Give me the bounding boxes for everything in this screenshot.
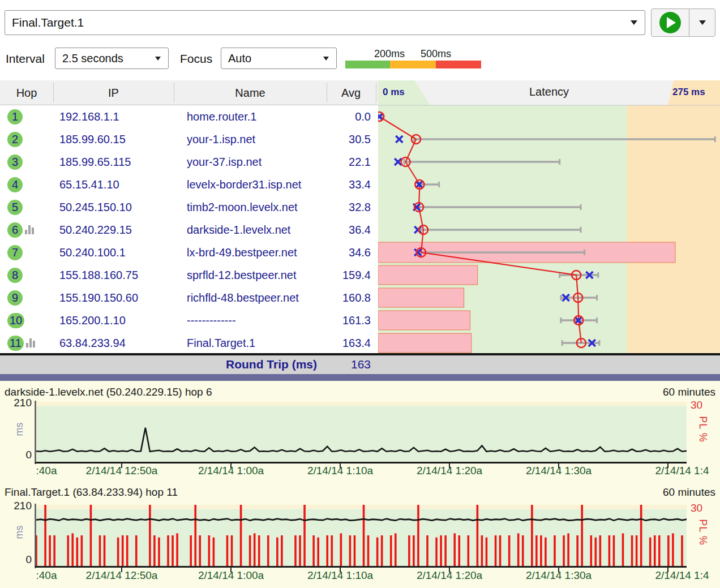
column-header-ip[interactable]: IP [53, 80, 174, 105]
hop-number-cell: 5 [0, 196, 53, 218]
hop-number-badge: 10 [7, 313, 24, 328]
hop-number-badge: 2 [7, 132, 23, 147]
timeline-panel-hop11[interactable]: Final.Target.1 (63.84.233.94) hop 11 60 … [0, 481, 720, 588]
x-axis-tick-label: 2/14/14 1:10a [307, 569, 373, 582]
hop-number-badge: 3 [7, 154, 23, 170]
chevron-down-icon [699, 20, 706, 25]
column-header-name[interactable]: Name [174, 80, 327, 105]
hop-number-cell: 10 [0, 309, 53, 332]
start-trace-button[interactable] [651, 8, 689, 37]
table-row[interactable]: 465.15.41.10levelx-border31.isp.net33.4 [0, 173, 378, 196]
x-axis-tick-label: 2/14/14 1:4 [655, 465, 709, 477]
y-axis-max-label: 210 [6, 397, 32, 409]
timeline-panel-hop6[interactable]: darkside-1.levelx.net (50.240.229.15) ho… [0, 381, 720, 481]
hop-number-badge: 8 [7, 268, 23, 283]
table-row[interactable]: 550.245.150.10timb2-moon.levelx.net32.8 [0, 196, 378, 218]
hop-name: your-37.isp.net [187, 151, 323, 173]
table-row[interactable]: 9155.190.150.60richfld-48.bestpeer.net16… [0, 286, 378, 309]
legend-green-segment [345, 61, 390, 68]
hop-avg: 36.4 [322, 218, 371, 241]
hop-ip: 185.99.65.115 [59, 151, 170, 173]
hop-number-badge: 9 [7, 290, 23, 306]
hop-rows: 1192.168.1.1home.router.10.02185.99.60.1… [0, 105, 378, 354]
chevron-down-icon[interactable] [631, 20, 637, 25]
table-row[interactable]: 8155.188.160.75sprfld-12.bestpeer.net159… [0, 264, 378, 286]
target-combobox[interactable]: Final.Target.1 [5, 10, 645, 35]
latency-color-legend: 200ms 500ms [345, 61, 481, 68]
x-axis-tick-label: 2/14/14 1:00a [198, 465, 264, 477]
hop-number-cell: 2 [0, 128, 53, 151]
hop-name: ------------- [187, 309, 323, 332]
column-header-hop[interactable]: Hop [0, 80, 53, 105]
hop-name: levelx-border31.isp.net [187, 173, 323, 196]
x-axis-tick-label: 2/14/14 1:30a [526, 465, 592, 477]
hop-ip: 63.84.233.94 [59, 332, 170, 354]
hop-number-cell: 4 [0, 173, 53, 196]
hop-number-badge: 7 [7, 245, 23, 260]
legend-200ms-label: 200ms [374, 48, 405, 60]
legend-500ms-label: 500ms [421, 48, 451, 60]
chevron-down-icon [155, 57, 161, 61]
start-options-dropdown-button[interactable] [689, 8, 715, 37]
panel-splitter[interactable] [0, 374, 720, 381]
table-row[interactable]: 1163.84.233.94Final.Target.1163.4 [0, 332, 378, 354]
hop-ip: 65.15.41.10 [59, 173, 170, 196]
mini-timeline-chart-icon [26, 338, 36, 347]
table-row[interactable]: 3185.99.65.115your-37.isp.net22.1 [0, 151, 378, 173]
hop-avg: 22.1 [322, 151, 371, 173]
hop-number-cell: 1 [0, 105, 53, 128]
x-axis-tick-label: :40a [36, 465, 57, 477]
focus-select[interactable]: Auto [221, 48, 337, 69]
legend-amber-segment [390, 61, 436, 68]
hop-ip: 165.200.1.10 [59, 309, 170, 332]
x-axis-tick-label: :40a [36, 569, 57, 582]
x-axis-tick-label: 2/14/14 1:20a [417, 465, 482, 477]
x-axis-tick-label: 2/14/14 12:50a [86, 569, 158, 582]
x-axis-tick-label: 2/14/14 1:4 [655, 569, 709, 582]
hop-avg: 159.4 [322, 264, 371, 286]
interval-select[interactable]: 2.5 seconds [55, 48, 169, 69]
column-header-latency[interactable]: Latency [378, 85, 720, 98]
latency-graph-column[interactable]: 0 ms Latency 275 ms [378, 80, 720, 353]
hop-name: richfld-48.bestpeer.net [187, 286, 323, 309]
table-row[interactable]: 750.240.100.1lx-brd-49.bestpeer.net34.6 [0, 241, 378, 264]
pl-axis-label: PL % [697, 519, 709, 545]
target-combobox-value: Final.Target.1 [5, 16, 631, 29]
hop-number-cell: 9 [0, 286, 53, 309]
hop-number-cell: 3 [0, 151, 53, 173]
hop-ip: 185.99.60.15 [59, 128, 170, 151]
hop-number-cell: 7 [0, 241, 53, 264]
mini-timeline-chart-icon [25, 225, 35, 234]
x-axis-labels: :40a2/14/14 12:50a2/14/14 1:00a2/14/14 1… [0, 465, 720, 479]
hop-avg: 32.8 [322, 196, 371, 218]
hop-ip: 50.240.100.1 [59, 241, 170, 264]
table-row[interactable]: 650.240.229.15darkside-1.levelx.net36.4 [0, 218, 378, 241]
hop-name: darkside-1.levelx.net [187, 218, 323, 241]
column-header-avg[interactable]: Avg [327, 80, 375, 105]
play-icon [659, 12, 681, 33]
hop-number-cell: 6 [0, 218, 53, 241]
pl-axis-max-label: 30 [691, 502, 702, 514]
x-axis-tick-label: 2/14/14 1:20a [417, 569, 482, 582]
hop-ip: 192.168.1.1 [59, 105, 170, 128]
hop-name: home.router.1 [187, 105, 323, 128]
pl-axis-max-label: 30 [691, 399, 702, 411]
chevron-down-icon [323, 57, 329, 61]
hop-ip: 155.190.150.60 [59, 286, 170, 309]
latency-scale-max-label: 275 ms [672, 87, 705, 98]
hop-number-badge: 4 [7, 177, 23, 192]
table-row[interactable]: 10165.200.1.10-------------161.3 [0, 309, 378, 332]
hop-number-cell: 11 [0, 332, 53, 354]
hop-avg: 0.0 [322, 105, 371, 128]
hop-name: timb2-moon.levelx.net [187, 196, 323, 218]
x-axis-tick-label: 2/14/14 1:00a [198, 569, 264, 582]
hop-name: Final.Target.1 [187, 332, 323, 354]
y-axis-min-label: 0 [6, 449, 32, 461]
y-axis-ms-label: ms [14, 423, 25, 436]
table-row[interactable]: 1192.168.1.1home.router.10.0 [0, 105, 378, 128]
round-trip-row: Round Trip (ms) 163 [0, 355, 720, 374]
table-row[interactable]: 2185.99.60.15your-1.isp.net30.5 [0, 128, 378, 151]
hop-avg: 161.3 [322, 309, 371, 332]
x-axis-labels: :40a2/14/14 12:50a2/14/14 1:00a2/14/14 1… [0, 569, 720, 584]
hop-number-badge: 6 [7, 222, 23, 238]
